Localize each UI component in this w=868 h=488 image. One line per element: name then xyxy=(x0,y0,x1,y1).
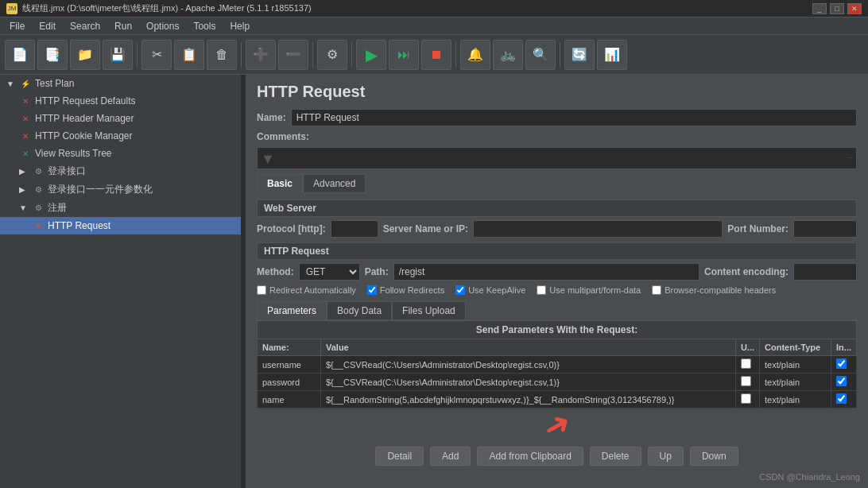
table-row[interactable]: username ${__CSVRead(C:\Users\Administra… xyxy=(258,356,857,374)
expand-icon-login2: ▶ xyxy=(19,185,29,194)
tree-label-http-cookie: HTTP Cookie Manager xyxy=(35,130,133,141)
param-tab-parameters[interactable]: Parameters xyxy=(257,301,327,320)
toolbar-templates[interactable]: 📑 xyxy=(37,40,68,70)
encoding-input[interactable] xyxy=(793,263,857,281)
tree-item-http-header[interactable]: ✕ HTTP Header Manager xyxy=(0,110,241,127)
row2-url-cb[interactable] xyxy=(741,393,751,404)
tree-label-testplan: Test Plan xyxy=(35,78,74,89)
row1-value: ${__CSVRead(C:\Users\Administrator\Deskt… xyxy=(321,374,736,391)
maximize-btn[interactable]: □ xyxy=(830,3,844,14)
main-tabs: Basic Advanced xyxy=(257,174,857,193)
menu-search[interactable]: Search xyxy=(64,19,107,33)
checkbox-multipart-input[interactable] xyxy=(537,285,546,295)
http-cookie-icon: ✕ xyxy=(19,130,32,142)
row0-inc-cb[interactable] xyxy=(836,358,847,369)
toolbar-save[interactable]: 💾 xyxy=(103,40,133,70)
minimize-btn[interactable]: _ xyxy=(812,3,827,14)
tree-item-http-defaults[interactable]: ✕ HTTP Request Defaults xyxy=(0,92,241,110)
menu-edit[interactable]: Edit xyxy=(33,19,62,33)
toolbar-new[interactable]: 📄 xyxy=(5,40,35,70)
tab-advanced[interactable]: Advanced xyxy=(303,174,366,193)
col-header-url: U... xyxy=(735,339,759,356)
checkbox-keepalive-input[interactable] xyxy=(455,285,465,295)
server-label: Server Name or IP: xyxy=(383,223,468,234)
toolbar-add[interactable]: ➕ xyxy=(246,40,276,70)
server-input[interactable] xyxy=(473,220,723,238)
close-btn[interactable]: ✕ xyxy=(847,3,862,14)
tree-label-http-request: HTTP Request xyxy=(48,220,110,231)
checkbox-multipart-label: Use multipart/form-data xyxy=(549,285,641,295)
right-panel: HTTP Request Name: Comments: ▼ ... Basic… xyxy=(246,75,868,488)
checkbox-follow-redirects-input[interactable] xyxy=(367,285,377,295)
menu-help[interactable]: Help xyxy=(223,19,256,33)
name-row: Name: xyxy=(257,109,857,126)
col-header-name: Name: xyxy=(258,339,321,356)
up-button[interactable]: Up xyxy=(648,447,684,466)
toolbar-remove[interactable]: ➖ xyxy=(278,40,308,70)
toolbar-remote[interactable]: 🔔 xyxy=(460,40,490,70)
param-tab-files[interactable]: Files Upload xyxy=(392,301,466,320)
tree-item-register[interactable]: ▼ ⚙ 注册 xyxy=(0,199,241,217)
checkbox-redirect-auto[interactable]: Redirect Automatically xyxy=(257,285,356,295)
tab-basic[interactable]: Basic xyxy=(257,174,303,193)
row1-url-cb[interactable] xyxy=(741,376,751,386)
app-icon: JM xyxy=(6,3,17,14)
toolbar-start[interactable]: ▶ xyxy=(356,40,386,70)
checkbox-multipart[interactable]: Use multipart/form-data xyxy=(537,285,641,295)
toolbar-copy[interactable]: 📋 xyxy=(174,40,204,70)
param-table: Name: Value U... Content-Type In... user… xyxy=(257,339,857,409)
add-from-clipboard-button[interactable]: Add from Clipboard xyxy=(477,447,583,466)
row0-url-cb[interactable] xyxy=(741,358,751,369)
testplan-icon: ⚡ xyxy=(19,77,32,90)
toolbar-cut[interactable]: ✂ xyxy=(141,40,172,70)
delete-button[interactable]: Delete xyxy=(590,447,641,466)
menu-tools[interactable]: Tools xyxy=(187,19,222,33)
row2-inc-cb[interactable] xyxy=(836,393,847,404)
row1-inc-cb[interactable] xyxy=(836,376,847,386)
name-input[interactable] xyxy=(291,109,857,126)
checkbox-follow-redirects[interactable]: Follow Redirects xyxy=(367,285,444,295)
toolbar-clear[interactable]: 🔄 xyxy=(564,40,595,70)
checkbox-keepalive[interactable]: Use KeepAlive xyxy=(455,285,525,295)
toolbar-remote3[interactable]: 🔍 xyxy=(525,40,556,70)
toolbar-stop[interactable]: ⏹ xyxy=(421,40,451,70)
comments-area[interactable]: ▼ ... xyxy=(257,147,857,169)
menu-options[interactable]: Options xyxy=(140,19,185,33)
protocol-input[interactable] xyxy=(331,220,378,238)
down-button[interactable]: Down xyxy=(690,447,738,466)
checkbox-browser-headers-label: Browser-compatible headers xyxy=(665,285,776,295)
toolbar-start-no-pause[interactable]: ⏭ xyxy=(389,40,419,70)
detail-button[interactable]: Detail xyxy=(375,447,424,466)
watermark: CSDN @Chiandra_Leong xyxy=(759,472,860,482)
title-bar-text: 线程组.jmx (D:\soft\jmeter包\线程组.jmx) - Apac… xyxy=(22,2,312,14)
menu-run[interactable]: Run xyxy=(108,19,138,33)
send-params-header: Send Parameters With the Request: xyxy=(257,320,857,339)
toolbar-remote2[interactable]: 🚲 xyxy=(493,40,523,70)
http-header-icon: ✕ xyxy=(19,112,32,125)
toolbar-settings[interactable]: ⚙ xyxy=(317,40,347,70)
toolbar-open[interactable]: 📁 xyxy=(70,40,100,70)
checkbox-browser-headers-input[interactable] xyxy=(652,285,661,295)
checkbox-redirect-auto-input[interactable] xyxy=(257,285,266,295)
expand-icon-login: ▶ xyxy=(19,167,29,176)
tree-item-http-request[interactable]: ✕ HTTP Request xyxy=(0,217,241,234)
toolbar-delete[interactable]: 🗑 xyxy=(207,40,237,70)
port-input[interactable] xyxy=(793,220,857,238)
toolbar-clear-all[interactable]: 📊 xyxy=(597,40,627,70)
table-row[interactable]: password ${__CSVRead(C:\Users\Administra… xyxy=(258,374,857,391)
checkbox-browser-headers[interactable]: Browser-compatible headers xyxy=(652,285,776,295)
tree-item-results-tree[interactable]: ✕ View Results Tree xyxy=(0,145,241,162)
comments-label: Comments: xyxy=(257,131,309,142)
tree-item-testplan[interactable]: ▼ ⚡ Test Plan xyxy=(0,75,241,92)
method-select[interactable]: GET POST PUT DELETE xyxy=(299,263,360,281)
tree-item-http-cookie[interactable]: ✕ HTTP Cookie Manager xyxy=(0,127,241,145)
tree-item-login[interactable]: ▶ ⚙ 登录接口 xyxy=(0,162,241,180)
param-tab-body[interactable]: Body Data xyxy=(327,301,392,320)
add-button[interactable]: Add xyxy=(430,447,471,466)
tree-item-login2[interactable]: ▶ ⚙ 登录接口一一元件参数化 xyxy=(0,180,241,199)
tree-label-http-header: HTTP Header Manager xyxy=(35,113,134,124)
path-input[interactable] xyxy=(393,263,699,281)
menu-file[interactable]: File xyxy=(3,19,31,33)
row2-value: ${__RandomString(5,abcdefghijklmnopqrstu… xyxy=(321,391,736,409)
red-arrow-icon: ➜ xyxy=(536,402,577,447)
